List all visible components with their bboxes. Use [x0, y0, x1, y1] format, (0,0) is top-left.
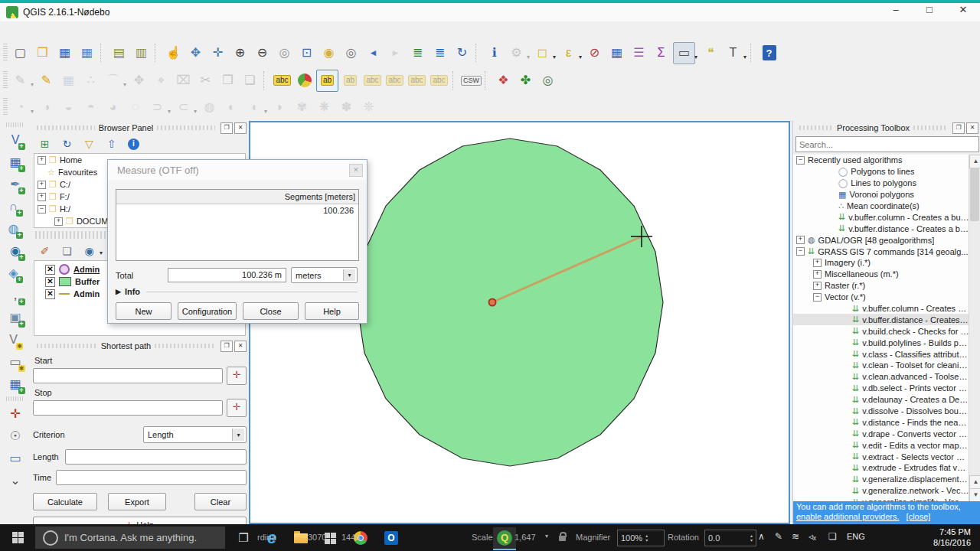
zoom-to-selection-button[interactable]: ◉ — [318, 43, 339, 64]
tray-pen-icon[interactable]: ✎ — [775, 531, 782, 542]
magnifier-field[interactable]: 100% ▴▾ — [617, 530, 665, 546]
filter-browser-button[interactable]: ▽ — [79, 135, 100, 152]
tree-expand-icon[interactable] — [842, 339, 849, 346]
units-select[interactable]: meters ▾ — [291, 267, 358, 283]
layer-styling-button[interactable] — [294, 70, 315, 91]
minimize-button[interactable]: – — [879, 0, 913, 18]
menu-item[interactable] — [101, 28, 115, 31]
spinner-icons[interactable]: ▴▾ — [750, 533, 753, 543]
algo-vdelaunay[interactable]: ⇊ v.delaunay - Creates a Delau... — [793, 394, 969, 406]
algo-vgeneralize-displacement[interactable]: ⇊ v.generalize.displacement - V... — [793, 474, 969, 485]
panel-grip[interactable] — [157, 126, 215, 130]
algo-group-imagery[interactable]: + Imagery (i.*) — [793, 257, 969, 269]
tree-expand-icon[interactable] — [842, 453, 849, 460]
add-selected-layers-button[interactable]: ⊞ — [34, 135, 55, 152]
algo-vextract[interactable]: ⇊ v.extract - Selects vector obj... — [793, 451, 969, 462]
menu-item[interactable] — [60, 28, 74, 31]
add-wfs-layer-button[interactable]: ◈ — [3, 262, 24, 283]
close-banner-link[interactable]: [close] — [906, 512, 931, 521]
panel-grip[interactable] — [913, 126, 947, 130]
algo-vbuild-polylines[interactable]: ⇊ v.build.polylines - Builds polyli... — [793, 337, 969, 348]
algo-group-grass7[interactable]: − ⇊ GRASS GIS 7 commands [314 geoalg... — [793, 246, 969, 257]
scrollbar-thumb[interactable] — [970, 168, 979, 221]
select-features-button[interactable]: ◻ — [532, 43, 553, 64]
layer-labeling-button[interactable]: abc — [272, 70, 292, 91]
qgis-taskbar-button[interactable]: Q — [493, 527, 516, 550]
coordinate-capture-button[interactable]: ✛ — [5, 403, 26, 424]
algo-vdistance[interactable]: ⇊ v.distance - Finds the neares... — [793, 416, 969, 428]
stop-input[interactable] — [33, 400, 223, 416]
task-view-button[interactable]: ❐ — [232, 527, 255, 549]
scroll-down-icon[interactable]: ▼ — [969, 488, 980, 502]
add-mssql-layer-button[interactable]: ◍ — [3, 218, 24, 239]
language-indicator[interactable]: ENG — [847, 532, 865, 541]
db-manager-button[interactable]: ❖ — [493, 70, 514, 91]
toolbar-overflow-button[interactable]: ⌄ — [5, 470, 26, 491]
collapse-all-button[interactable]: ⇧ — [101, 135, 122, 152]
algo-group-recent[interactable]: − Recently used algorithms — [793, 155, 969, 166]
tree-expand-icon[interactable] — [842, 442, 849, 448]
panel-grip[interactable] — [155, 344, 215, 348]
tree-expand-icon[interactable]: − — [813, 293, 822, 302]
tree-expand-icon[interactable] — [842, 373, 849, 380]
new-temporary-scratch-layer-button[interactable]: ▭ — [5, 351, 26, 372]
tree-expand-icon[interactable] — [842, 430, 849, 437]
toggle-editing-button[interactable]: ✎ — [36, 70, 57, 91]
tree-expand-icon[interactable] — [842, 476, 849, 483]
tree-expand-icon[interactable] — [828, 225, 835, 232]
layer-checkbox[interactable]: ✕ — [45, 289, 55, 299]
scale-lock-icon[interactable] — [559, 536, 566, 541]
tree-expand-icon[interactable]: + — [38, 193, 46, 201]
tree-expand-icon[interactable]: − — [796, 247, 805, 256]
measure-configuration-button[interactable]: Configuration — [178, 302, 237, 320]
algo-vgeneralize-network[interactable]: ⇊ v.generalize.network - Vecto... — [793, 485, 969, 497]
zoom-in-button[interactable]: ⊕ — [230, 43, 250, 64]
algo-group-gdal[interactable]: + ◍ GDAL/OGR [48 geoalgorithms] — [793, 234, 969, 246]
tree-expand-icon[interactable] — [842, 316, 849, 323]
tree-expand-icon[interactable]: + — [813, 259, 822, 267]
new-project-button[interactable]: ▢ — [10, 43, 31, 64]
text-annotation-button[interactable]: T — [723, 43, 743, 64]
algo-vclean[interactable]: ⇊ v.clean - Toolset for cleaning ... — [793, 360, 969, 371]
algo-polygons-to-lines[interactable]: ◯ Polygons to lines — [793, 166, 969, 178]
start-button[interactable] — [0, 524, 35, 551]
capture-stop-point-button[interactable]: ✛ — [227, 399, 247, 417]
export-button[interactable]: Export — [108, 493, 166, 510]
panel-grip[interactable] — [37, 344, 97, 348]
tree-expand-icon[interactable]: + — [813, 270, 822, 279]
tree-expand-icon[interactable]: − — [38, 205, 46, 214]
algo-group-vector[interactable]: − Vector (v.*) — [793, 292, 969, 303]
add-spatialite-layer-button[interactable]: ✒ — [5, 174, 26, 194]
tree-expand-icon[interactable] — [842, 396, 849, 403]
tree-expand-icon[interactable] — [828, 180, 835, 187]
toolbox-search-input[interactable] — [795, 136, 979, 152]
criterion-select[interactable]: Length ▾ — [143, 426, 247, 443]
scroll-up-icon[interactable]: ▲ — [969, 475, 980, 489]
browser-properties-button[interactable]: i — [123, 135, 144, 152]
help-contents-button[interactable]: ? — [759, 43, 779, 64]
float-panel-icon[interactable]: ❐ — [952, 122, 965, 134]
zoom-search-plugin-button[interactable]: ◎ — [537, 70, 558, 91]
zoom-to-layer-button[interactable]: ◎ — [341, 43, 361, 64]
clock[interactable]: 7:45 PM 8/16/2016 — [933, 527, 971, 548]
panel-grip[interactable] — [37, 126, 95, 130]
tree-expand-icon[interactable]: + — [38, 181, 46, 189]
tree-expand-icon[interactable]: − — [796, 156, 805, 165]
algo-vbuffer-distance[interactable]: ⇊ v.buffer.distance - Creates a... — [793, 314, 969, 325]
algo-vdrape[interactable]: ⇊ v.drape - Converts vector m... — [793, 428, 969, 439]
algo-vdb-select[interactable]: ⇊ v.db.select - Prints vector m... — [793, 383, 969, 394]
menu-item[interactable] — [115, 28, 129, 31]
measure-button[interactable]: ▭ — [673, 42, 695, 64]
tree-expand-icon[interactable] — [842, 487, 849, 494]
length-input[interactable] — [65, 449, 247, 465]
touch-zoom-pan-button[interactable]: ☝ — [163, 43, 184, 64]
manage-visibility-button[interactable]: ◉ — [79, 243, 100, 259]
clear-button[interactable]: Clear — [194, 493, 247, 510]
algo-vbuffer-column[interactable]: ⇊ v.buffer.column - Creates a b... — [793, 303, 969, 315]
scroll-up-icon[interactable]: ▲ — [969, 155, 980, 168]
menu-item[interactable] — [129, 28, 142, 31]
close-panel-icon[interactable]: ✕ — [966, 122, 978, 134]
close-button[interactable]: ✕ — [946, 0, 980, 18]
volume-muted-icon[interactable]: ◃ₓ — [808, 531, 816, 542]
zoom-last-button[interactable]: ◄ — [363, 43, 384, 64]
